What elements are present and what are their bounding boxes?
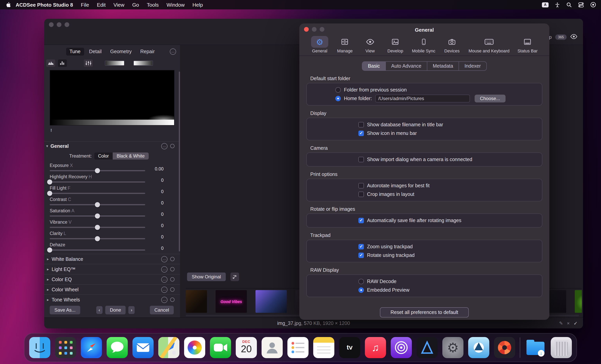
checkbox-autorotate-images[interactable]	[358, 183, 364, 188]
gradient-dark-to-light-icon[interactable]	[105, 60, 124, 66]
tab-metadata[interactable]: Metadata	[427, 62, 459, 70]
previous-image-button[interactable]: ‹	[96, 306, 102, 314]
menu-go[interactable]: Go	[128, 2, 143, 8]
slider-handle[interactable]	[47, 191, 52, 196]
save-as-button[interactable]: Save As...	[50, 306, 80, 314]
section-reset-icon[interactable]	[170, 277, 174, 282]
section-tone-wheels[interactable]: ▸ Tone Wheels …	[44, 295, 180, 305]
checkbox-auto-save-after-rotate[interactable]	[358, 218, 364, 223]
dock-item-calendar[interactable]: DEC 20	[236, 337, 257, 358]
tab-tune[interactable]: Tune	[66, 48, 84, 56]
zoom-button[interactable]	[65, 22, 69, 27]
levels-icon[interactable]	[84, 59, 93, 67]
toolbar-devices[interactable]: Devices	[443, 36, 461, 53]
dock-item-trash[interactable]	[551, 337, 572, 358]
saved-check-icon[interactable]: ✓	[574, 320, 578, 326]
cancel-button[interactable]: Cancel	[150, 306, 174, 314]
slider-track[interactable]	[50, 227, 145, 228]
dock-item-mail[interactable]	[132, 337, 154, 358]
tab-repair[interactable]: Repair	[137, 48, 158, 56]
slider-track[interactable]	[50, 216, 145, 216]
panel-options-icon[interactable]: …	[170, 49, 176, 55]
tab-auto-advance[interactable]: Auto Advance	[385, 62, 427, 70]
slider-handle[interactable]	[47, 247, 52, 253]
dock-item-dark-app[interactable]	[417, 337, 438, 358]
tab-indexer[interactable]: Indexer	[459, 62, 486, 70]
menu-app-name[interactable]: ACDSee Photo Studio 8	[16, 2, 73, 8]
tab-detail[interactable]: Detail	[86, 48, 105, 56]
fit-image-icon[interactable]	[230, 273, 239, 281]
menu-tools[interactable]: Tools	[143, 2, 163, 8]
section-white-balance[interactable]: ▸ White Balance …	[44, 254, 180, 264]
section-options-icon[interactable]: …	[161, 266, 168, 272]
next-image-button[interactable]: ›	[129, 306, 135, 314]
dock-item-finder[interactable]	[29, 337, 50, 358]
keyboard-layout-icon[interactable]: A	[542, 2, 549, 7]
section-options-icon[interactable]: …	[161, 286, 168, 293]
section-color-wheel[interactable]: ▸ Color Wheel …	[44, 284, 180, 295]
toolbar-mouse-keyboard[interactable]: Mouse and Keyboard	[469, 36, 510, 53]
slider-handle[interactable]	[95, 225, 100, 230]
menu-file[interactable]: File	[77, 2, 93, 8]
dock-item-facetime[interactable]	[210, 337, 231, 358]
slider-track[interactable]	[50, 249, 145, 251]
close-button[interactable]	[49, 22, 54, 27]
slider-track[interactable]	[50, 181, 145, 183]
dock-item-launchpad[interactable]	[55, 337, 76, 358]
section-options-icon[interactable]: …	[161, 296, 168, 303]
dock-item-system-settings[interactable]: ⚙	[442, 337, 463, 358]
toolbar-general[interactable]: ⚙ General	[311, 36, 328, 53]
panel-scrollbar[interactable]	[179, 71, 180, 251]
checkbox-show-import-dialog[interactable]	[358, 157, 364, 162]
dock-item-tv[interactable]: tv	[339, 337, 360, 358]
clipping-warning-icon[interactable]: !	[50, 128, 180, 133]
section-reset-icon[interactable]	[170, 297, 174, 302]
dock-item-photos[interactable]	[184, 337, 205, 358]
acdsee-365-badge[interactable]: 365	[555, 34, 567, 40]
toolbar-develop[interactable]: Develop	[387, 36, 404, 53]
checkbox-zoom-trackpad[interactable]	[358, 244, 364, 249]
treatment-color[interactable]: Color	[94, 152, 113, 159]
thumbnail-neon-sign[interactable]: Good Vibes	[216, 290, 247, 313]
slider-handle[interactable]	[95, 168, 100, 173]
dock-item-acdsee[interactable]	[468, 337, 489, 358]
zoom-button[interactable]	[320, 27, 324, 32]
dock-item-safari[interactable]	[81, 337, 102, 358]
section-light-eq[interactable]: ▸ Light EQ™ …	[44, 264, 180, 274]
slider-handle[interactable]	[95, 236, 100, 241]
close-button[interactable]	[304, 27, 309, 32]
section-options-icon[interactable]: …	[161, 143, 168, 149]
menu-window[interactable]: Window	[163, 2, 189, 8]
minimize-button[interactable]	[57, 22, 61, 27]
checkbox-rotate-trackpad[interactable]	[358, 253, 364, 258]
dock-item-downloads[interactable]: ↓	[525, 337, 546, 358]
reset-preferences-button[interactable]: Reset all preferences to default	[380, 307, 469, 317]
section-reset-icon[interactable]	[170, 267, 174, 271]
slider-handle[interactable]	[95, 202, 100, 207]
eye-icon[interactable]	[570, 34, 578, 41]
toolbar-status-bar[interactable]: Status Bar	[518, 36, 538, 53]
section-options-icon[interactable]: …	[161, 256, 168, 262]
dock-item-music[interactable]: ♫	[365, 337, 386, 358]
slider-handle[interactable]	[95, 214, 100, 218]
radio-home-folder[interactable]	[335, 96, 341, 101]
tab-basic[interactable]: Basic	[362, 62, 385, 70]
thumbnail-green-car[interactable]	[575, 290, 582, 313]
toolbar-mobile-sync[interactable]: Mobile Sync	[412, 36, 435, 53]
thumbnail-portrait[interactable]	[256, 290, 287, 313]
choose-folder-button[interactable]: Choose...	[474, 95, 506, 102]
section-reset-icon[interactable]	[170, 287, 174, 292]
dock-item-contacts[interactable]	[261, 337, 283, 358]
dock-item-notes[interactable]	[313, 337, 334, 358]
histogram-bars-icon[interactable]	[58, 59, 67, 67]
section-options-icon[interactable]: …	[161, 276, 168, 283]
checkbox-crop-images-layout[interactable]	[358, 192, 364, 197]
menu-help[interactable]: Help	[189, 2, 207, 8]
dialog-titlebar[interactable]: General	[299, 23, 549, 34]
thumbnail-motorcycle[interactable]	[186, 290, 207, 313]
dock-item-maps[interactable]	[158, 337, 180, 358]
control-center-icon[interactable]	[578, 2, 584, 8]
home-folder-path-field[interactable]: /Users/admin/Pictures	[375, 95, 470, 102]
checkbox-show-icon-menu-bar[interactable]	[358, 131, 364, 136]
dock-item-messages[interactable]	[107, 337, 128, 358]
